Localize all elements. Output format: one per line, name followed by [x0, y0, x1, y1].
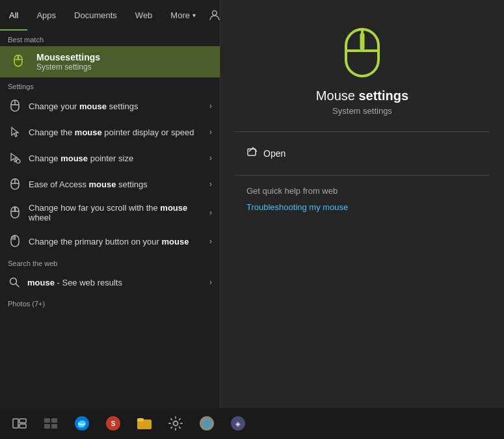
- settings-section-label: Settings: [0, 77, 220, 93]
- svg-rect-29: [20, 419, 26, 423]
- list-item-text: Change mouse pointer size: [29, 153, 203, 163]
- svg-text:◈: ◈: [235, 420, 241, 427]
- chevron-right-icon: ›: [209, 127, 212, 137]
- list-item-pointer-size[interactable]: Change mouse pointer size ›: [0, 145, 220, 171]
- task-view-icon[interactable]: [5, 409, 34, 438]
- list-item-ease-of-access[interactable]: Ease of Access mouse settings ›: [0, 171, 220, 197]
- chevron-right-icon: ›: [209, 153, 212, 163]
- svg-rect-30: [20, 424, 26, 428]
- list-item-text: Change the mouse pointer display or spee…: [29, 127, 203, 137]
- mouse-settings-icon: [8, 99, 22, 113]
- search-web-icon: [8, 276, 21, 289]
- settings-icon[interactable]: [161, 409, 190, 438]
- app-title: Mouse settings: [316, 88, 408, 103]
- mouse-icon: [8, 51, 29, 72]
- chevron-right-icon: ›: [209, 101, 212, 111]
- search-web-label: Search the web: [0, 254, 220, 270]
- app-icon-large: [336, 26, 388, 78]
- separator-line: [235, 131, 490, 132]
- list-item-text: Change how far you scroll with the mouse…: [29, 203, 203, 222]
- svg-line-20: [16, 284, 20, 287]
- svg-point-40: [174, 421, 178, 426]
- best-match-text: Mousesettings System settings: [36, 52, 100, 72]
- pointer-display-icon: [8, 125, 22, 139]
- scroll-wheel-icon: [8, 206, 22, 220]
- app-subtitle: System settings: [332, 106, 392, 116]
- web-search-item[interactable]: mouse - See web results ›: [0, 270, 220, 295]
- svg-point-0: [212, 10, 217, 15]
- open-icon: [246, 146, 258, 161]
- chevron-right-icon: ›: [209, 278, 212, 287]
- list-item-text: Change the primary button on your mouse: [29, 237, 203, 246]
- app-icon-1[interactable]: S: [99, 409, 127, 438]
- svg-point-8: [16, 159, 20, 163]
- separator-line-2: [235, 175, 490, 176]
- chevron-right-icon: ›: [209, 180, 212, 189]
- left-panel: All Apps Documents Web More ▾ ···: [0, 0, 220, 416]
- svg-text:S: S: [111, 420, 116, 427]
- quick-help-title: Get quick help from web: [246, 186, 338, 196]
- photos-label: Photos (7+): [0, 295, 220, 310]
- tab-web[interactable]: Web: [126, 0, 162, 31]
- list-item-text: Ease of Access mouse settings: [29, 180, 203, 189]
- list-item-primary-button[interactable]: Change the primary button on your mouse …: [0, 228, 220, 254]
- tab-apps[interactable]: Apps: [27, 0, 65, 31]
- list-item-pointer-display[interactable]: Change the mouse pointer display or spee…: [0, 119, 220, 145]
- help-link[interactable]: Troubleshooting my mouse: [246, 202, 348, 212]
- open-btn-text: Open: [263, 148, 285, 159]
- svg-rect-18: [12, 236, 15, 241]
- tab-more[interactable]: More ▾: [161, 0, 205, 31]
- best-match-item[interactable]: Mousesettings System settings: [0, 46, 220, 77]
- chevron-right-icon: ›: [209, 237, 212, 246]
- primary-button-icon: [8, 234, 22, 248]
- pointer-size-icon: [8, 151, 22, 165]
- svg-rect-32: [51, 418, 57, 423]
- windows-tiles-icon[interactable]: [36, 409, 65, 438]
- ease-access-icon: [8, 177, 22, 191]
- svg-text:🌐: 🌐: [204, 420, 211, 428]
- tab-all[interactable]: All: [0, 0, 27, 31]
- open-button[interactable]: Open: [246, 142, 285, 165]
- taskbar: S 🌐 ◈: [0, 408, 504, 439]
- list-item-change-mouse-settings[interactable]: Change your mouse settings ›: [0, 93, 220, 119]
- game-icon[interactable]: ◈: [224, 409, 252, 438]
- svg-rect-31: [44, 418, 50, 423]
- svg-rect-27: [248, 149, 256, 155]
- chevron-down-icon: ▾: [192, 12, 196, 19]
- right-panel: Mouse settings System settings Open Get …: [220, 0, 504, 416]
- file-explorer-icon[interactable]: [130, 409, 159, 438]
- nav-tabs: All Apps Documents Web More ▾ ···: [0, 0, 220, 31]
- chevron-right-icon: ›: [209, 208, 212, 217]
- list-item-text: Change your mouse settings: [29, 101, 203, 111]
- svg-rect-28: [13, 419, 18, 428]
- edge-icon[interactable]: [68, 409, 96, 438]
- web-search-text: mouse - See web results: [27, 278, 203, 287]
- best-match-label: Best match: [0, 31, 220, 46]
- svg-rect-33: [44, 424, 50, 429]
- list-item-scroll-wheel[interactable]: Change how far you scroll with the mouse…: [0, 197, 220, 228]
- svg-rect-34: [51, 424, 57, 429]
- tab-documents[interactable]: Documents: [65, 0, 126, 31]
- browser-icon[interactable]: 🌐: [192, 409, 221, 438]
- svg-rect-39: [137, 418, 144, 421]
